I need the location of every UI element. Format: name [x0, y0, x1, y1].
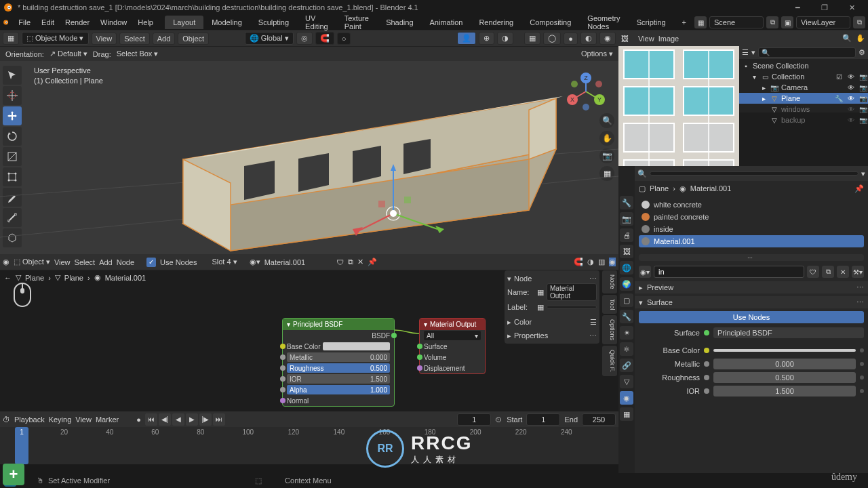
- viewport-add-menu[interactable]: Add: [153, 33, 176, 45]
- new-material-icon[interactable]: ⧉: [822, 266, 834, 278]
- tab-shading[interactable]: Shading: [378, 16, 421, 29]
- scene-actions-icon[interactable]: ⧉: [766, 16, 778, 28]
- expand-handle[interactable]: ⋯: [639, 254, 864, 261]
- viewport-view-menu[interactable]: View: [92, 33, 117, 45]
- tab-modeling[interactable]: Modeling: [203, 16, 250, 29]
- tab-rendering[interactable]: Rendering: [471, 16, 521, 29]
- mat-slot[interactable]: Material.001: [639, 235, 864, 247]
- drag-select[interactable]: Select Box ▾: [117, 49, 159, 58]
- ptab-render[interactable]: 📷: [620, 212, 633, 226]
- properties-search[interactable]: [650, 171, 859, 176]
- pan-tool-icon[interactable]: ✋: [856, 34, 865, 43]
- options-icon[interactable]: ▾: [861, 169, 865, 178]
- shading-rendered-icon[interactable]: ◉: [599, 32, 616, 45]
- use-nodes-button[interactable]: Use Nodes: [639, 311, 864, 323]
- ptab-tool[interactable]: 🔧: [620, 196, 633, 209]
- tl-keying-menu[interactable]: Keying: [49, 415, 72, 424]
- tree-item-plane[interactable]: ▸▽Plane🔧👁📷: [739, 93, 868, 104]
- xray-icon[interactable]: ▦: [524, 32, 540, 45]
- tree-item-backup[interactable]: ▽backup👁📷: [739, 115, 868, 125]
- gizmo-toggle-icon[interactable]: ⊕: [479, 32, 494, 45]
- outliner[interactable]: ☰ ▾ 🔍 ⚙ ▪Scene Collection ▾▭Collection☑👁…: [739, 46, 868, 113]
- pin-icon[interactable]: 📌: [368, 258, 377, 266]
- overlay-icon[interactable]: ◑: [587, 258, 594, 266]
- mat-slot[interactable]: inside: [639, 223, 864, 235]
- ptab-output[interactable]: 🖨: [620, 228, 633, 242]
- editor-type-icon[interactable]: 🖼: [621, 35, 629, 43]
- unlink-mat-icon[interactable]: ✕: [357, 258, 363, 266]
- ptab-scene[interactable]: 🌐: [620, 261, 633, 274]
- pin-icon[interactable]: 📌: [854, 184, 864, 193]
- play-icon[interactable]: ▶: [186, 413, 198, 426]
- prev-key-icon[interactable]: ◀|: [159, 413, 171, 426]
- tree-item-camera[interactable]: ▸📷Camera👁📷: [739, 82, 868, 93]
- surface-shader-select[interactable]: Principled BSDF: [713, 327, 864, 338]
- menu-file[interactable]: File: [13, 16, 36, 28]
- ne-mode-select[interactable]: ⬚ Object ▾: [14, 258, 50, 266]
- tab-layout[interactable]: Layout: [165, 16, 203, 29]
- autokey-icon[interactable]: ●: [136, 415, 141, 424]
- timeline-ruler[interactable]: 1 20406080100120140160180200220240: [0, 427, 618, 464]
- select-visible-icon[interactable]: 👤: [457, 32, 476, 45]
- home-icon[interactable]: ←: [4, 274, 12, 282]
- tree-scene-collection[interactable]: ▪Scene Collection: [739, 60, 868, 71]
- prop-edit-icon[interactable]: ○: [337, 33, 351, 45]
- node-wrangler-icon[interactable]: ⚒▾: [852, 266, 864, 278]
- ptab-material[interactable]: ◉: [620, 391, 633, 405]
- material-slot-list[interactable]: white concrete painted concrete inside M…: [635, 196, 868, 250]
- jump-end-icon[interactable]: ⏭: [213, 413, 225, 426]
- editor-type-icon[interactable]: ◉: [3, 258, 9, 266]
- tl-marker-menu[interactable]: Marker: [96, 415, 119, 424]
- tab-sculpting[interactable]: Sculpting: [250, 16, 297, 29]
- menu-window[interactable]: Window: [95, 16, 132, 28]
- unlink-icon[interactable]: ✕: [837, 266, 849, 278]
- ne-select-menu[interactable]: Select: [75, 258, 96, 266]
- preview-panel-head[interactable]: ▸Preview⋯: [635, 281, 868, 293]
- ptab-texture[interactable]: ▦: [620, 407, 633, 421]
- tree-item-windows[interactable]: ▽windows👁📷: [739, 104, 868, 115]
- sidetab-view[interactable]: Options: [602, 315, 617, 344]
- ptab-particle[interactable]: ✴: [620, 326, 633, 340]
- pivot-icon[interactable]: ◎: [296, 32, 313, 45]
- viewlayer-actions-icon[interactable]: ⧉: [853, 16, 865, 28]
- jump-start-icon[interactable]: ⏮: [145, 413, 157, 426]
- ptab-viewlayer[interactable]: 🖼: [620, 245, 633, 258]
- mat-slot[interactable]: white concrete: [639, 199, 864, 211]
- play-reverse-icon[interactable]: ◀: [172, 413, 184, 426]
- close-button[interactable]: ✕: [838, 0, 865, 15]
- surface-panel-head[interactable]: ▾Surface⋯: [635, 296, 868, 308]
- viewlayer-icon[interactable]: ▣: [781, 16, 793, 28]
- ie-view-menu[interactable]: View: [638, 35, 654, 43]
- sidetab-tool[interactable]: Tool: [602, 295, 617, 314]
- ne-node-menu[interactable]: Node: [117, 258, 134, 266]
- add-shortcut-icon[interactable]: +: [3, 464, 24, 485]
- ptab-constraint[interactable]: 🔗: [620, 359, 633, 372]
- metallic-field[interactable]: 0.000: [713, 359, 856, 369]
- next-key-icon[interactable]: |▶: [199, 413, 212, 426]
- node-name-field[interactable]: Material Output: [547, 283, 597, 301]
- ptab-world[interactable]: 🌍: [620, 277, 633, 291]
- preview-range-icon[interactable]: ⏲: [495, 415, 502, 424]
- shading-solid-icon[interactable]: ●: [564, 33, 578, 45]
- node-material-output[interactable]: ▾Material Output All▾ Surface Volume Dis…: [419, 318, 486, 374]
- tab-scripting[interactable]: Scripting: [629, 16, 674, 29]
- sidetab-node[interactable]: Node: [602, 270, 617, 293]
- use-nodes-checkbox[interactable]: ✓: [146, 258, 156, 267]
- node-principled-bsdf[interactable]: ▾Principled BSDF BSDF Base Color Metalli…: [282, 318, 395, 407]
- ne-view-menu[interactable]: View: [54, 258, 71, 266]
- ptab-physics[interactable]: ⚛: [620, 342, 633, 356]
- mat-name-field[interactable]: Material.001: [264, 258, 332, 266]
- sidetab-quick[interactable]: Quick F.: [602, 346, 617, 376]
- minimize-button[interactable]: ━: [784, 0, 811, 15]
- options-dropdown[interactable]: Options ▾: [581, 49, 613, 58]
- material-browse-icon[interactable]: ◉▾: [639, 266, 651, 278]
- orientation-select[interactable]: ↗ Default ▾: [50, 49, 87, 58]
- fake-user-icon[interactable]: 🛡: [807, 266, 819, 278]
- new-mat-icon[interactable]: ⧉: [348, 258, 353, 266]
- shading-matprev-icon[interactable]: ◐: [580, 32, 597, 45]
- slot-select[interactable]: Slot 4 ▾: [212, 258, 237, 266]
- ptab-object[interactable]: ▢: [620, 293, 633, 307]
- menu-render[interactable]: Render: [60, 16, 95, 28]
- fake-user-icon[interactable]: 🛡: [336, 258, 344, 266]
- outliner-search[interactable]: 🔍: [758, 47, 856, 58]
